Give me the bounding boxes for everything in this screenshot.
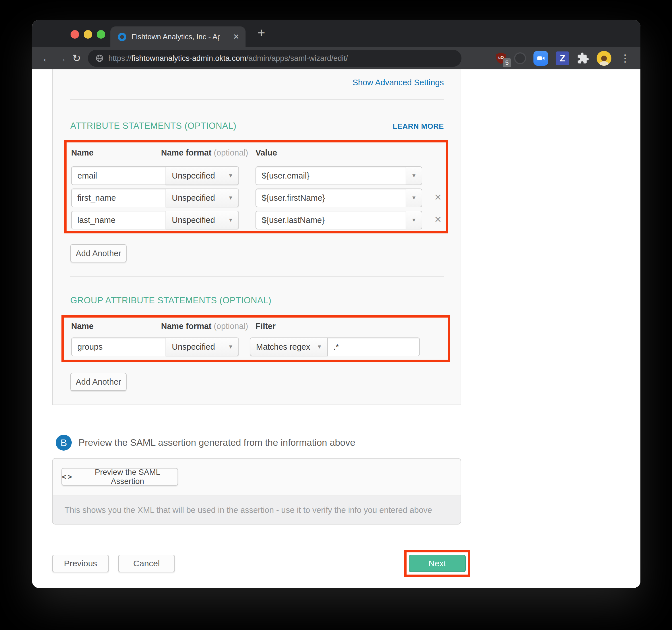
remove-row-icon[interactable]: ✕ <box>434 214 442 225</box>
cancel-button[interactable]: Cancel <box>118 555 175 572</box>
chevron-down-icon: ▼ <box>411 195 417 201</box>
attr-format-select[interactable]: Unspecified ▼ <box>166 188 239 207</box>
preview-button-area: <> Preview the SAML Assertion <box>53 459 461 496</box>
attr-row-last-name: Unspecified ▼ ▼ ✕ <box>71 211 446 229</box>
reload-icon[interactable]: ↻ <box>69 52 84 64</box>
group-row-groups: Unspecified ▼ Matches regex ▼ <box>71 337 448 356</box>
attr-value-input[interactable] <box>256 211 406 229</box>
browser-tab[interactable]: Fishtown Analytics, Inc - Applic ✕ <box>111 26 245 47</box>
attr-value-input[interactable] <box>256 166 406 185</box>
chevron-down-icon: ▼ <box>317 344 322 350</box>
attr-value-dropdown-button[interactable]: ▼ <box>406 166 422 185</box>
attr-name-input[interactable] <box>71 166 166 185</box>
okta-favicon-icon <box>118 33 126 41</box>
browser-toolbar: ← → ↻ https://fishtownanalytics-admin.ok… <box>32 47 641 69</box>
attr-value-input[interactable] <box>256 188 406 207</box>
attribute-statements-title: ATTRIBUTE STATEMENTS (OPTIONAL) <box>70 121 236 131</box>
extensions-puzzle-icon[interactable] <box>577 52 589 65</box>
preview-assertion-box: <> Preview the SAML Assertion This shows… <box>52 458 461 525</box>
close-tab-icon[interactable]: ✕ <box>233 32 239 41</box>
group-header-name: Name <box>71 322 94 331</box>
attr-name-input[interactable] <box>71 188 166 207</box>
browser-window: Fishtown Analytics, Inc - Applic ✕ + ← →… <box>32 20 641 588</box>
back-icon[interactable]: ← <box>40 52 54 64</box>
group-filter-type-select[interactable]: Matches regex ▼ <box>250 337 328 356</box>
chevron-down-icon: ▼ <box>228 173 233 179</box>
remove-row-icon[interactable]: ✕ <box>434 192 442 203</box>
group-header-row: Name Name format (optional) Filter <box>71 322 448 334</box>
forward-icon[interactable]: → <box>54 52 69 64</box>
url-scheme: https:// <box>109 54 131 62</box>
window-controls <box>71 30 105 39</box>
tab-strip: Fishtown Analytics, Inc - Applic ✕ + <box>32 20 641 47</box>
attr-value-dropdown-button[interactable]: ▼ <box>406 188 422 207</box>
step-b-badge: B <box>56 435 72 451</box>
step-b-heading: B Preview the SAML assertion generated f… <box>56 435 641 451</box>
group-name-input[interactable] <box>71 337 166 356</box>
annotation-box-next: Next <box>404 550 470 577</box>
zoom-camera-icon[interactable] <box>533 51 548 66</box>
extension-icons: uO 5 Z ⋮ <box>495 51 633 66</box>
chevron-down-icon: ▼ <box>228 344 233 350</box>
fullscreen-window-button[interactable] <box>97 30 105 39</box>
wizard-footer: Previous Cancel Next <box>52 550 461 577</box>
attr-row-email: Unspecified ▼ ▼ <box>71 166 446 185</box>
url-bar[interactable]: https://fishtownanalytics-admin.okta.com… <box>88 50 461 67</box>
browser-menu-icon[interactable]: ⋮ <box>619 52 631 64</box>
minimize-window-button[interactable] <box>83 30 92 39</box>
divider <box>70 99 444 100</box>
close-window-button[interactable] <box>71 30 79 39</box>
chevron-down-icon: ▼ <box>411 217 417 223</box>
attr-header-value: Value <box>256 148 277 157</box>
attr-header-format: Name format (optional) <box>161 148 248 157</box>
group-format-select[interactable]: Unspecified ▼ <box>166 337 239 356</box>
attr-format-select[interactable]: Unspecified ▼ <box>166 211 239 229</box>
show-advanced-settings-link[interactable]: Show Advanced Settings <box>353 78 444 87</box>
password-manager-icon[interactable] <box>514 52 526 64</box>
url-text: https://fishtownanalytics-admin.okta.com… <box>109 54 348 63</box>
ublock-shield-icon[interactable]: uO 5 <box>495 52 507 65</box>
attr-name-input[interactable] <box>71 211 166 229</box>
saml-settings-panel: Show Advanced Settings ATTRIBUTE STATEME… <box>52 69 461 405</box>
next-button[interactable]: Next <box>409 555 466 572</box>
divider <box>70 276 444 277</box>
annotation-box-group-attributes: Name Name format (optional) Filter Unspe… <box>62 315 450 362</box>
chevron-down-icon: ▼ <box>228 217 233 223</box>
group-header-filter: Filter <box>256 322 276 331</box>
chevron-down-icon: ▼ <box>411 173 417 179</box>
profile-avatar[interactable] <box>597 51 611 66</box>
url-path: /admin/apps/saml-wizard/edit/ <box>246 54 348 62</box>
attr-row-first-name: Unspecified ▼ ▼ ✕ <box>71 188 446 207</box>
preview-saml-assertion-button[interactable]: <> Preview the SAML Assertion <box>62 468 178 485</box>
code-brackets-icon: <> <box>62 473 73 481</box>
group-attribute-statements-title: GROUP ATTRIBUTE STATEMENTS (OPTIONAL) <box>70 295 271 306</box>
group-filter-value-input[interactable] <box>327 337 420 356</box>
add-another-group-button[interactable]: Add Another <box>70 373 127 391</box>
attr-header-row: Name Name format (optional) Value <box>71 148 446 161</box>
ublock-badge: 5 <box>503 58 511 67</box>
chevron-down-icon: ▼ <box>228 195 233 201</box>
tab-title: Fishtown Analytics, Inc - Applic <box>131 32 220 41</box>
add-another-button[interactable]: Add Another <box>70 244 127 262</box>
url-host: fishtownanalytics-admin.okta.com <box>131 54 246 62</box>
attr-format-select[interactable]: Unspecified ▼ <box>166 166 239 185</box>
page-content: Show Advanced Settings ATTRIBUTE STATEME… <box>32 69 641 588</box>
z-extension-icon[interactable]: Z <box>556 51 569 65</box>
new-tab-button[interactable]: + <box>258 25 265 41</box>
preview-note: This shows you the XML that will be used… <box>53 496 461 524</box>
site-info-globe-icon[interactable] <box>95 54 104 62</box>
annotation-box-attributes: Name Name format (optional) Value Unspec… <box>64 140 448 233</box>
attr-header-name: Name <box>71 148 94 157</box>
previous-button[interactable]: Previous <box>52 555 109 572</box>
step-b-text: Preview the SAML assertion generated fro… <box>78 437 355 448</box>
learn-more-link[interactable]: LEARN MORE <box>392 122 444 131</box>
group-header-format: Name format (optional) <box>161 322 248 331</box>
attr-value-dropdown-button[interactable]: ▼ <box>406 211 422 229</box>
